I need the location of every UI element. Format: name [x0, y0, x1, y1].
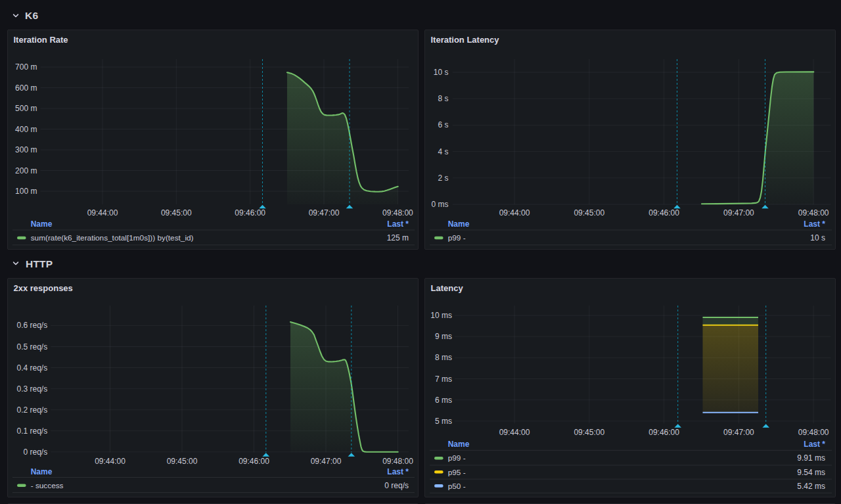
svg-text:0 req/s: 0 req/s: [384, 481, 409, 490]
svg-text:p95 -: p95 -: [448, 468, 466, 477]
svg-text:09:45:00: 09:45:00: [574, 428, 604, 437]
svg-text:0 ms: 0 ms: [431, 200, 448, 209]
svg-text:700 m: 700 m: [15, 62, 37, 72]
svg-text:200 m: 200 m: [15, 166, 37, 175]
svg-text:0.4 req/s: 0.4 req/s: [16, 363, 47, 373]
svg-text:09:48:00: 09:48:00: [798, 208, 829, 218]
svg-text:Last *: Last *: [387, 219, 409, 229]
svg-text:4 s: 4 s: [438, 147, 448, 156]
svg-text:100 m: 100 m: [15, 187, 37, 196]
svg-text:600 m: 600 m: [15, 83, 37, 93]
svg-text:Iteration Rate: Iteration Rate: [14, 35, 68, 45]
svg-text:09:45:00: 09:45:00: [161, 208, 192, 218]
svg-text:p99 -: p99 -: [448, 233, 466, 242]
svg-text:Name: Name: [31, 467, 53, 476]
svg-text:0.5 req/s: 0.5 req/s: [16, 342, 47, 352]
svg-text:Last *: Last *: [387, 467, 409, 476]
svg-text:0 req/s: 0 req/s: [24, 447, 48, 457]
svg-text:6 s: 6 s: [438, 120, 448, 129]
svg-text:8 s: 8 s: [438, 94, 448, 103]
svg-text:10 s: 10 s: [810, 233, 825, 242]
svg-text:09:46:00: 09:46:00: [648, 208, 679, 218]
svg-text:0.2 req/s: 0.2 req/s: [16, 405, 47, 415]
svg-text:9.54 ms: 9.54 ms: [797, 468, 825, 477]
svg-text:0.3 req/s: 0.3 req/s: [16, 384, 47, 394]
svg-text:6 ms: 6 ms: [435, 396, 452, 405]
svg-text:9 ms: 9 ms: [435, 332, 452, 341]
svg-text:7 ms: 7 ms: [435, 375, 452, 384]
svg-text:09:47:00: 09:47:00: [723, 208, 754, 218]
svg-text:09:48:00: 09:48:00: [382, 208, 413, 218]
svg-text:Name: Name: [448, 219, 470, 229]
svg-text:10 s: 10 s: [434, 68, 449, 77]
svg-text:Last *: Last *: [804, 219, 825, 229]
svg-text:500 m: 500 m: [15, 104, 37, 113]
svg-text:Last *: Last *: [804, 440, 825, 449]
svg-text:09:44:00: 09:44:00: [95, 457, 125, 466]
svg-text:- success: - success: [31, 481, 64, 490]
svg-text:09:47:00: 09:47:00: [311, 457, 342, 466]
svg-text:09:47:00: 09:47:00: [309, 208, 340, 218]
svg-text:0.6 req/s: 0.6 req/s: [16, 321, 47, 330]
svg-text:sum(rate(k6_iterations_total[1: sum(rate(k6_iterations_total[1m0s])) by(…: [31, 233, 194, 242]
svg-text:09:48:00: 09:48:00: [798, 428, 829, 437]
svg-text:09:45:00: 09:45:00: [574, 208, 604, 218]
svg-text:2 s: 2 s: [438, 173, 448, 183]
svg-text:Name: Name: [31, 219, 53, 229]
svg-text:5 ms: 5 ms: [435, 417, 452, 426]
svg-text:09:47:00: 09:47:00: [723, 428, 754, 437]
svg-text:Latency: Latency: [431, 283, 464, 293]
svg-text:5.42 ms: 5.42 ms: [797, 482, 825, 491]
svg-text:9.91 ms: 9.91 ms: [797, 453, 825, 463]
svg-text:09:44:00: 09:44:00: [499, 428, 530, 437]
svg-text:0.1 req/s: 0.1 req/s: [16, 426, 47, 436]
svg-text:09:46:00: 09:46:00: [648, 428, 679, 437]
svg-text:09:46:00: 09:46:00: [235, 208, 265, 218]
svg-text:p99 -: p99 -: [448, 453, 466, 463]
svg-text:400 m: 400 m: [15, 125, 37, 134]
svg-text:09:44:00: 09:44:00: [499, 208, 530, 218]
svg-text:10 ms: 10 ms: [430, 311, 452, 320]
svg-text:09:48:00: 09:48:00: [382, 457, 413, 466]
svg-text:09:45:00: 09:45:00: [167, 457, 198, 466]
svg-text:09:44:00: 09:44:00: [87, 208, 118, 218]
svg-text:p50 -: p50 -: [448, 482, 466, 491]
svg-text:Name: Name: [448, 440, 470, 449]
svg-text:300 m: 300 m: [15, 145, 37, 154]
svg-text:Iteration Latency: Iteration Latency: [431, 35, 500, 45]
svg-text:09:46:00: 09:46:00: [239, 457, 269, 466]
svg-text:2xx responses: 2xx responses: [14, 283, 73, 293]
svg-text:125 m: 125 m: [387, 233, 409, 242]
svg-text:8 ms: 8 ms: [435, 353, 452, 362]
